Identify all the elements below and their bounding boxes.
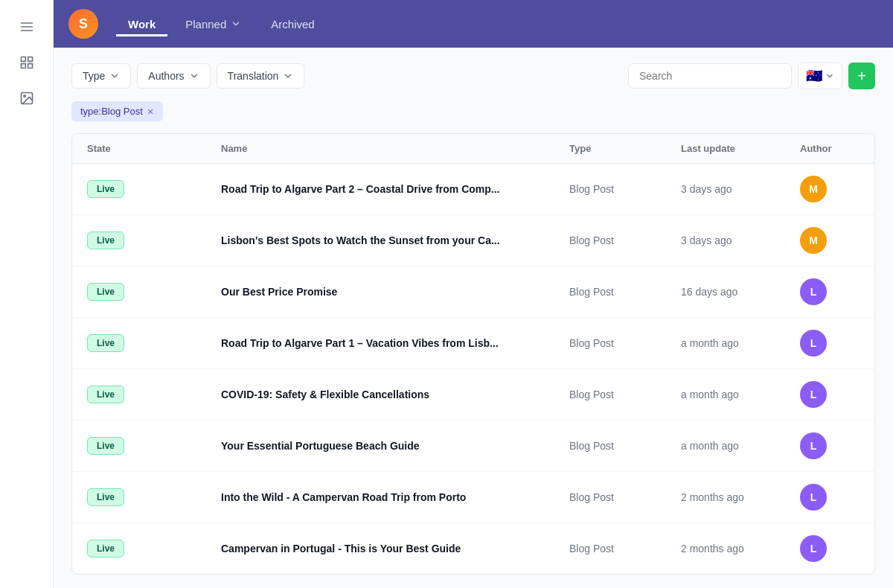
table-header: State Name Type Last update Author bbox=[72, 134, 874, 164]
planned-chevron-icon bbox=[231, 19, 241, 29]
cell-author: M bbox=[800, 176, 860, 202]
cell-name: Your Essential Portuguese Beach Guide bbox=[221, 440, 569, 452]
authors-filter-button[interactable]: Authors bbox=[137, 63, 210, 89]
new-content-button[interactable]: + bbox=[848, 63, 875, 89]
cell-type: Blog Post bbox=[569, 183, 681, 195]
header-last-update: Last update bbox=[681, 143, 800, 154]
cell-name: COVID-19: Safety & Flexible Cancellation… bbox=[221, 389, 569, 400]
cell-state: Live bbox=[87, 488, 221, 506]
state-badge: Live bbox=[87, 437, 124, 455]
sidebar bbox=[0, 0, 54, 588]
cell-author: L bbox=[800, 278, 860, 305]
header-name: Name bbox=[221, 143, 569, 154]
cell-state: Live bbox=[87, 437, 221, 455]
cell-last-update: 3 days ago bbox=[681, 183, 800, 195]
nav-work[interactable]: Work bbox=[116, 12, 167, 36]
author-avatar: L bbox=[800, 278, 827, 305]
content-area: Type Authors Translation � bbox=[54, 48, 893, 588]
table-row[interactable]: Live Our Best Price Promise Blog Post 16… bbox=[72, 266, 874, 318]
main-content: S Work Planned Archived Type Authors bbox=[54, 0, 893, 588]
table-row[interactable]: Live Your Essential Portuguese Beach Gui… bbox=[72, 421, 874, 472]
author-avatar: L bbox=[800, 432, 827, 459]
cell-last-update: a month ago bbox=[681, 337, 800, 349]
cell-author: L bbox=[800, 381, 860, 408]
author-avatar: L bbox=[800, 381, 827, 408]
nav-planned[interactable]: Planned bbox=[173, 12, 253, 36]
active-filters: type:Blog Post × bbox=[71, 101, 875, 121]
state-badge: Live bbox=[87, 386, 124, 403]
cell-state: Live bbox=[87, 386, 221, 403]
active-filter-label: type:Blog Post bbox=[80, 106, 143, 117]
cell-last-update: 2 months ago bbox=[681, 543, 800, 555]
header-type: Type bbox=[569, 143, 681, 154]
state-badge: Live bbox=[87, 231, 124, 249]
table-row[interactable]: Live COVID-19: Safety & Flexible Cancell… bbox=[72, 369, 874, 421]
header-state: State bbox=[87, 143, 221, 154]
sidebar-icon-list[interactable] bbox=[12, 12, 42, 42]
type-filter-button[interactable]: Type bbox=[71, 63, 131, 89]
svg-rect-6 bbox=[28, 64, 32, 68]
cell-name: Our Best Price Promise bbox=[221, 286, 569, 298]
table-row[interactable]: Live Campervan in Portugal - This is You… bbox=[72, 523, 874, 574]
cell-author: L bbox=[800, 484, 860, 511]
author-avatar: M bbox=[800, 227, 827, 254]
cell-type: Blog Post bbox=[569, 440, 681, 452]
author-avatar: L bbox=[800, 535, 827, 562]
svg-rect-3 bbox=[21, 57, 25, 62]
author-avatar: L bbox=[800, 484, 827, 511]
cell-last-update: 3 days ago bbox=[681, 234, 800, 246]
table-row[interactable]: Live Into the Wild - A Campervan Road Tr… bbox=[72, 472, 874, 523]
cell-state: Live bbox=[87, 334, 221, 352]
state-badge: Live bbox=[87, 180, 124, 198]
cell-last-update: 16 days ago bbox=[681, 286, 800, 298]
type-chevron-icon bbox=[109, 71, 120, 81]
translation-chevron-icon bbox=[283, 71, 293, 81]
top-nav: S Work Planned Archived bbox=[54, 0, 893, 48]
remove-filter-button[interactable]: × bbox=[147, 106, 154, 117]
search-input[interactable] bbox=[628, 63, 792, 89]
content-table: State Name Type Last update Author Live … bbox=[71, 133, 875, 575]
header-author: Author bbox=[800, 143, 860, 154]
flag-chevron-icon bbox=[825, 71, 834, 80]
cell-last-update: a month ago bbox=[681, 440, 800, 452]
active-filter-tag: type:Blog Post × bbox=[71, 101, 163, 121]
flag-emoji: 🇦🇺 bbox=[806, 68, 822, 84]
cell-type: Blog Post bbox=[569, 543, 681, 555]
state-badge: Live bbox=[87, 334, 124, 352]
cell-type: Blog Post bbox=[569, 491, 681, 503]
nav-archived[interactable]: Archived bbox=[259, 12, 326, 36]
cell-name: Lisbon's Best Spots to Watch the Sunset … bbox=[221, 234, 569, 246]
table-body: Live Road Trip to Algarve Part 2 – Coast… bbox=[72, 164, 874, 574]
author-avatar: M bbox=[800, 176, 827, 202]
cell-type: Blog Post bbox=[569, 337, 681, 349]
svg-rect-4 bbox=[28, 57, 32, 62]
cell-name: Road Trip to Algarve Part 2 – Coastal Dr… bbox=[221, 183, 569, 195]
svg-rect-5 bbox=[21, 64, 25, 68]
logo: S bbox=[68, 9, 98, 39]
cell-name: Campervan in Portugal - This is Your Bes… bbox=[221, 543, 569, 555]
cell-state: Live bbox=[87, 283, 221, 301]
cell-last-update: 2 months ago bbox=[681, 491, 800, 503]
filters-bar: Type Authors Translation � bbox=[71, 63, 875, 89]
cell-author: M bbox=[800, 227, 860, 254]
table-row[interactable]: Live Lisbon's Best Spots to Watch the Su… bbox=[72, 215, 874, 266]
logo-text: S bbox=[79, 16, 88, 32]
cell-name: Into the Wild - A Campervan Road Trip fr… bbox=[221, 491, 569, 503]
cell-type: Blog Post bbox=[569, 286, 681, 298]
translation-filter-button[interactable]: Translation bbox=[217, 63, 305, 89]
author-avatar: L bbox=[800, 330, 827, 357]
state-badge: Live bbox=[87, 283, 124, 301]
cell-state: Live bbox=[87, 180, 221, 198]
cell-type: Blog Post bbox=[569, 389, 681, 400]
cell-state: Live bbox=[87, 231, 221, 249]
table-row[interactable]: Live Road Trip to Algarve Part 1 – Vacat… bbox=[72, 318, 874, 369]
search-container: 🇦🇺 + bbox=[628, 63, 875, 89]
table-row[interactable]: Live Road Trip to Algarve Part 2 – Coast… bbox=[72, 164, 874, 215]
cell-name: Road Trip to Algarve Part 1 – Vacation V… bbox=[221, 337, 569, 349]
state-badge: Live bbox=[87, 488, 124, 506]
cell-type: Blog Post bbox=[569, 234, 681, 246]
cell-author: L bbox=[800, 535, 860, 562]
sidebar-icon-image[interactable] bbox=[12, 83, 42, 113]
language-selector-button[interactable]: 🇦🇺 bbox=[798, 63, 842, 89]
sidebar-icon-grid[interactable] bbox=[12, 48, 42, 77]
